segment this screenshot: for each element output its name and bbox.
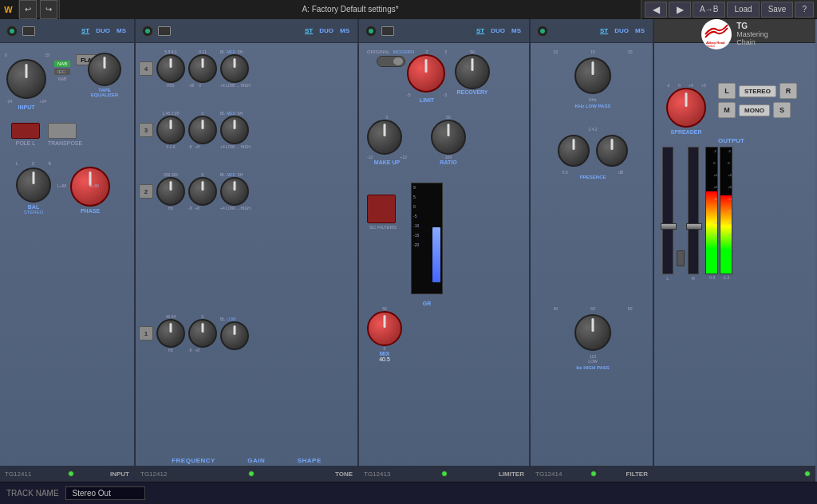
input-st-button[interactable]: ST [80,26,91,35]
redo-button[interactable]: ↪ [40,0,57,19]
original-modern-toggle[interactable] [377,56,405,67]
limiter-mode-selector: ST DUO MS [475,26,523,35]
gain-label: GAIN [247,457,265,464]
recovery-knob[interactable] [455,54,490,89]
spreader-knob[interactable] [666,88,706,128]
m-channel-button[interactable]: M [718,102,736,118]
mono-button[interactable]: MONO [739,104,770,116]
track-name-value[interactable]: Stereo Out [65,486,145,500]
mix-knob[interactable] [367,311,402,346]
input-module-inner: 0 15 -24+24 INPUT NAB IEC NAB FLAT [0,43,134,482]
next-preset-button[interactable]: ▶ [669,2,691,18]
filter-ms-button[interactable]: MS [633,26,646,35]
tone-duo-button[interactable]: DUO [318,26,335,35]
tone-freq4-knob[interactable] [156,54,185,83]
presence-label: PRESENCE [537,175,649,179]
input-duo-button[interactable]: DUO [94,26,112,35]
lowpass-knob[interactable] [574,57,611,94]
limiter-module: ST DUO MS ORIGINAL MODERN 123 -5-3 [359,19,531,482]
limiter-st-button[interactable]: ST [475,26,486,35]
makeup-knob[interactable] [367,120,402,155]
frequency-label: FREQUENCY [172,457,215,464]
tone-monitor-icon [158,26,171,36]
tone-shape4-knob[interactable] [220,54,249,83]
band1-button[interactable]: 1 [139,326,153,341]
tone-shape1-knob[interactable] [220,321,249,350]
tone-gain1-knob[interactable] [188,319,217,348]
pole-l-button[interactable] [11,123,40,139]
tone-module-id: TG12412 [140,471,167,478]
tone-gain4-knob[interactable] [188,54,217,83]
filter-module-id: TG12414 [535,471,562,478]
nab-button[interactable]: NAB [54,61,70,67]
input-knob[interactable] [6,59,46,99]
tone-gain2-knob[interactable] [188,177,217,206]
sc-filters-button[interactable] [367,195,396,223]
bal-knob[interactable] [16,167,51,203]
tone-st-button[interactable]: ST [303,26,314,35]
filter-st-button[interactable]: ST [598,26,610,35]
r-channel-button[interactable]: R [780,83,797,99]
r-fader-handle[interactable] [686,223,702,230]
transpose-button[interactable] [48,123,77,139]
tone-module-inner: 4 5.8 8.1 KHz 0 11 -160 BLMEDSH +4 [136,43,357,482]
limiter-module-footer: TG12413 LIMITER [359,466,529,482]
limiter-ms-button[interactable]: MS [510,26,523,35]
presence-gain-knob[interactable] [596,135,628,167]
filter-module-inner: 121520 KHz KHz LOW PASS 2 4.2 0.5dB PRES… [531,43,653,482]
stereo-button[interactable]: STEREO [739,85,776,97]
highpass-knob[interactable] [574,314,611,351]
input-module-led [68,471,74,477]
mix-value: 40.5 [367,356,402,362]
limit-knob[interactable] [407,54,445,93]
mastering-label: Mastering [736,30,768,38]
limiter-power-button[interactable] [365,26,377,37]
limiter-duo-button[interactable]: DUO [489,26,507,35]
tone-module: ST DUO MS 4 5.8 8.1 KHz 0 11 -160 [136,19,359,482]
tone-shape2-knob[interactable] [220,177,249,206]
tone-freq3-knob[interactable] [156,116,185,144]
link-button[interactable] [677,250,685,266]
help-button[interactable]: ? [795,2,814,18]
ratio-knob[interactable] [431,120,466,155]
pole-l-label: POLE L [11,140,40,146]
l-channel-button[interactable]: L [718,83,736,99]
tone-freq1-knob[interactable] [156,319,185,348]
gr-label: GR [423,301,432,306]
input-power-button[interactable] [6,26,18,37]
output-module-led [804,471,811,477]
filter-power-button[interactable] [537,26,548,37]
tone-module-footer: TG12412 TONE [136,466,357,482]
s-channel-button[interactable]: S [773,102,791,118]
preset-name: A: Factory Default settings* [59,0,641,19]
band4-button[interactable]: 4 [139,61,153,76]
input-module-footer: TG12411 INPUT [0,466,134,482]
tone-module-name: TONE [335,471,353,478]
transpose-label: TRANSPOSE [48,140,82,146]
filter-module-footer: TG12414 FILTER [531,466,653,482]
shape-label: SHAPE [298,457,322,464]
tone-gain3-knob[interactable] [188,116,217,144]
limiter-monitor-icon [381,26,394,36]
tone-power-button[interactable] [142,26,153,37]
spreader-label: SPREADER [662,129,710,135]
band2-button[interactable]: 2 [139,184,153,199]
band3-button[interactable]: 3 [139,123,153,137]
tone-shape3-knob[interactable] [220,116,249,144]
filter-duo-button[interactable]: DUO [613,26,630,35]
presence-freq-knob[interactable] [558,135,590,167]
limiter-module-name: LIMITER [499,471,524,478]
l-vu-value: -0.8 [705,275,718,280]
stereo-label: STEREO [16,210,51,215]
tone-freq2-knob[interactable] [156,177,185,206]
undo-button[interactable]: ↩ [19,0,37,19]
prev-preset-button[interactable]: ◀ [645,2,667,18]
l-fader-handle[interactable] [661,223,677,230]
input-ms-button[interactable]: MS [115,26,128,35]
iec-button[interactable]: IEC [54,69,70,75]
plugin-body: ST DUO MS 0 15 -24+24 INPUT [0,19,817,482]
output-module-inner: -20+4+5 SPREADER L STEREO R M MONO S OUT… [654,43,815,466]
tone-ms-button[interactable]: MS [338,26,351,35]
tape-eq-knob[interactable] [88,53,121,86]
bottom-bar: TRACK NAME Stereo Out [0,482,817,504]
